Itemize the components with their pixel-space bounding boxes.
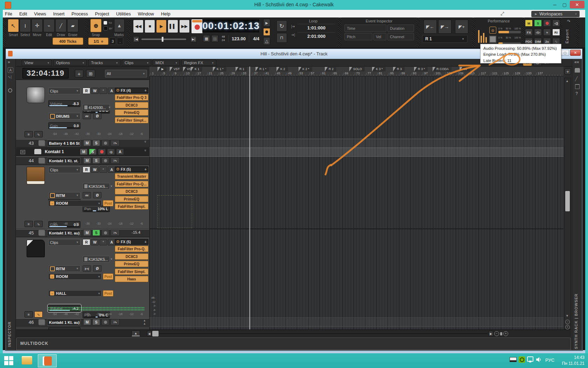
fx-global-button[interactable]: FX (525, 29, 533, 36)
output-dropdown[interactable]: RITM▼ (48, 192, 80, 199)
input-dropdown[interactable]: K1KS1KS...▼ (83, 183, 110, 190)
workspaces-dropdown[interactable]: ➣ Workspaces ˅ (531, 11, 580, 17)
event-channel-cell[interactable]: Channel (387, 33, 414, 40)
fx-plugin[interactable]: DC8C3 (115, 253, 148, 260)
export-label[interactable]: Export (565, 24, 569, 43)
rewind-button[interactable]: ◀◀ (133, 20, 144, 33)
smart-tool-button[interactable]: ↖ (8, 19, 19, 32)
folder-arm-button[interactable] (98, 149, 106, 155)
punch-out-arrow-icon[interactable]: ◤→ (438, 20, 451, 34)
zoom-out-horizontal-icon[interactable]: − (494, 331, 499, 336)
meter-options-button[interactable]: ılıl (83, 113, 91, 119)
scroll-down-arrow[interactable]: ▼ (566, 314, 569, 318)
menu-item[interactable]: Insert (53, 11, 65, 16)
phase-button[interactable]: Ø (93, 192, 102, 198)
inspector-label[interactable]: INSPECTOR (7, 301, 12, 347)
track-name[interactable]: Battery 4 1 B4 St (47, 140, 80, 146)
maximize-panel-eject-button[interactable]: ▲ (132, 330, 140, 336)
track46-header[interactable] (16, 318, 149, 327)
go-to-start-button[interactable]: |◀ (133, 36, 139, 42)
arm-all-button[interactable] (543, 20, 551, 27)
maximize-button[interactable]: ▢ (560, 1, 569, 8)
track-layers-button[interactable]: ≡ (24, 221, 33, 227)
menu-item[interactable]: Help (161, 11, 170, 16)
playhead[interactable] (250, 67, 250, 329)
mute-button[interactable]: M (83, 319, 91, 325)
fx-plugin[interactable]: FabFilter Simpl. (115, 268, 148, 275)
track43-header[interactable] (16, 139, 149, 148)
snap-to-toggle[interactable]: TO (104, 20, 114, 25)
fast-forward-button[interactable]: ▶▶ (179, 20, 190, 33)
fx-plugin[interactable]: PrimeEQ (115, 109, 148, 116)
horizontal-scroll-thumb[interactable] (152, 331, 159, 336)
folder-archive-button[interactable]: A (116, 149, 124, 155)
notes-icon[interactable] (575, 84, 580, 89)
zoom-in-horizontal-icon[interactable]: + (503, 331, 508, 336)
menu-item[interactable]: Process (71, 11, 88, 16)
duplicate-track-button[interactable]: ⊞ (86, 70, 95, 77)
clips-dropdown[interactable]: Clips▼ (48, 239, 80, 246)
track43-lane[interactable] (149, 139, 564, 148)
close-button[interactable]: ✕ (570, 1, 584, 8)
stop-button[interactable]: ■ (145, 20, 155, 33)
track-window-maximize-button[interactable]: ▢ (561, 50, 569, 56)
scroll-right-arrow[interactable]: ▶ (489, 331, 493, 336)
input-echo-button[interactable]: ≀∿ (111, 157, 120, 164)
add-marker-icon[interactable]: ◤+ (455, 20, 468, 34)
zoom-slider-thumb[interactable] (500, 332, 502, 335)
loop-end-value[interactable]: 2:01:000 (298, 32, 335, 40)
track-name[interactable]: Kontakt 1 Kt. st. (47, 157, 80, 164)
edit-tool-button[interactable]: ⌁ (43, 19, 55, 32)
track-layers-button[interactable]: ≡ (24, 311, 33, 318)
input-echo-button[interactable]: ≀∿ (111, 319, 120, 325)
expand-toolbar-icon[interactable]: ⤢ (500, 11, 507, 16)
minimize-button[interactable]: ─ (550, 1, 559, 8)
menu-item[interactable]: Views (34, 11, 46, 16)
input-echo-button[interactable]: ≀∿ (111, 230, 120, 236)
menu-item[interactable]: Edit (19, 11, 27, 16)
phase-button[interactable]: Ø (93, 265, 102, 272)
track-filter-dropdown[interactable]: All▼ (105, 70, 147, 77)
move-tool-button[interactable]: ✛ (31, 19, 43, 32)
output-dropdown[interactable]: DRUMS▼ (48, 113, 80, 120)
expand-right-icon[interactable]: » (8, 60, 14, 65)
punch-in-arrow-icon[interactable]: ◤← (424, 20, 437, 34)
add-track-button[interactable]: + (75, 70, 83, 77)
select-tool-button[interactable]: I (20, 19, 31, 32)
arm-record-button[interactable] (102, 230, 109, 236)
automation-lane-button[interactable]: ∿ (34, 131, 43, 137)
mute-button[interactable]: M (83, 157, 91, 164)
now-time-display[interactable]: 32:04:119 (22, 68, 69, 79)
expand-chevron-icon[interactable]: » (143, 149, 148, 154)
midi-keyboard-tray-icon[interactable] (510, 357, 517, 362)
send-hall[interactable]: →HALL▾ (48, 290, 102, 297)
snap-count-box[interactable]: 3 (110, 38, 116, 45)
fx-plugin[interactable]: PrimeEQ (115, 196, 148, 202)
horizontal-scroll-track[interactable] (159, 333, 488, 334)
track-window-close-button[interactable]: ✕ (570, 50, 581, 56)
solo-all-button[interactable]: S (534, 20, 542, 27)
marks-button[interactable]: ▲ (114, 19, 125, 32)
write-automation-button[interactable]: W (91, 88, 99, 94)
region-fx-menu[interactable]: Region FX▾ (181, 60, 216, 66)
loop-start-value[interactable]: 1:01:000 (298, 24, 335, 32)
fx-plugin[interactable]: FabFilter Simpl. (115, 203, 148, 210)
snap-resolution-button[interactable]: 1/1o (88, 38, 108, 45)
scroll-up-arrow[interactable]: ▲ (566, 79, 569, 83)
volume-control[interactable]: Volume-8.3 (48, 100, 80, 107)
gain-control[interactable]: Gain0.0 (48, 122, 80, 129)
zoom-in-vertical-icon[interactable]: + (565, 325, 570, 329)
main-time-display[interactable]: 00:01:02:13 (202, 19, 260, 33)
track-name[interactable]: Kontakt 1 Kt. au) (47, 319, 80, 326)
automation-lane-button[interactable]: ∿ (34, 221, 43, 227)
fx-plugin[interactable]: FabFilter Pro-Q. (115, 246, 148, 252)
fx-plugin[interactable]: Haas (115, 276, 148, 282)
fx-plugin[interactable]: Transient Master (115, 173, 148, 179)
solo-button[interactable]: S (92, 230, 100, 236)
meter-options-button[interactable]: |ı·ı| (83, 265, 91, 272)
synth-rack-browser-label[interactable]: SYNTH RACK | BROWSER (574, 273, 578, 349)
record-button[interactable] (191, 19, 203, 34)
track46-lane[interactable] (149, 318, 564, 327)
tracks-menu[interactable]: Tracks▾ (88, 60, 120, 66)
collapse-folder-icon[interactable]: − (20, 150, 25, 154)
